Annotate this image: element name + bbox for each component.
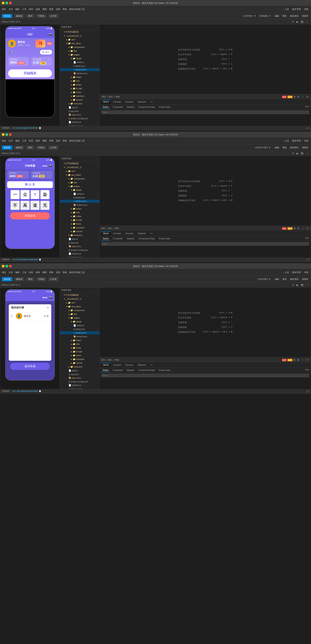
breadcrumb-path-2[interactable]: wei_idiom/pages/detail/detail xyxy=(12,258,38,260)
clear-cache-btn-3[interactable]: 清缓存 xyxy=(301,277,309,281)
info-2[interactable]: ▸ 📁 info xyxy=(60,211,99,214)
app-js-2[interactable]: 📄 app.js xyxy=(60,237,99,241)
pages-folder[interactable]: ▾ 📁 pages xyxy=(60,53,99,57)
simulator-tab[interactable]: 模拟器 xyxy=(2,14,12,18)
more-debug-icon-2[interactable]: ⋮ xyxy=(301,226,305,230)
minimize-button[interactable] xyxy=(2,2,4,4)
invite-folder[interactable]: ▸ 📁 invite xyxy=(60,83,99,87)
detail-wxml-file[interactable]: ◇ detail.wxml xyxy=(60,68,99,72)
close-button[interactable] xyxy=(9,2,12,4)
editor-tab[interactable]: 编辑器 xyxy=(14,14,24,18)
libs-2[interactable]: ▸ 📁 libs xyxy=(60,181,99,184)
detail-button-3[interactable]: 详情 xyxy=(303,270,309,274)
dataset-tab-2[interactable]: Dataset xyxy=(125,237,136,240)
answer-cell-3[interactable]: 道 xyxy=(30,201,40,210)
game-free-badge[interactable]: 免费领 xyxy=(16,175,23,178)
play-icon-3[interactable]: ▶ xyxy=(296,283,299,287)
mode-selector-3[interactable]: 小程序模式 ▼ xyxy=(257,278,271,281)
photo-icon-2[interactable]: 📷 xyxy=(300,152,304,155)
return-button[interactable]: 返回答题 xyxy=(10,363,50,370)
root-folder[interactable]: ▾ _1414481507_3 xyxy=(60,34,99,37)
scope-data-tab-3[interactable]: Scope Data xyxy=(157,368,172,372)
component-3[interactable]: ▸ 📁 component xyxy=(60,308,99,312)
info-3[interactable]: ▸ 📁 info xyxy=(60,342,99,346)
scope-data-tab-2[interactable]: Scope Data xyxy=(157,237,172,240)
libs-folder[interactable]: ▸ 📁 libs xyxy=(60,49,99,53)
detail-button[interactable]: 详情 xyxy=(303,7,309,11)
debug-tab[interactable]: 调试 xyxy=(26,14,34,18)
record-folder[interactable]: ▸ 📁 record xyxy=(60,98,99,102)
debug-tab-2[interactable]: 调试 xyxy=(26,146,34,150)
help-button[interactable]: 求助好友 xyxy=(10,212,50,220)
visual-tab-2[interactable]: 可视化 xyxy=(36,146,46,150)
detail-json-2[interactable]: {} detail.json xyxy=(60,196,99,199)
more-3[interactable]: ▸ 📁 more xyxy=(60,354,99,358)
detail-wxml-3[interactable]: ◇ detail.wxml xyxy=(60,331,99,335)
play-icon[interactable]: ▶ xyxy=(296,20,299,24)
volume-icon[interactable]: 🔊 xyxy=(8,50,12,54)
libs-3[interactable]: ▸ 📁 libs xyxy=(60,312,99,316)
index-3[interactable]: ▸ 📁 index xyxy=(60,338,99,342)
simulator-tab-2[interactable]: 模拟器 xyxy=(2,146,12,150)
detail-wxss-3[interactable]: 🎨 detail.wxss xyxy=(60,335,99,338)
wei-idiom-folder[interactable]: ▾ 📁 wei_idiom xyxy=(60,42,99,45)
idiom-cell-3-question[interactable]: ? xyxy=(30,190,40,199)
maximize-button-2[interactable] xyxy=(5,133,8,136)
version-button[interactable]: 版本管理 xyxy=(291,7,302,11)
menu-wechat-2[interactable]: 微信开发者工具 xyxy=(69,139,85,142)
explorer-more-icon[interactable]: ⋯ xyxy=(96,26,98,28)
back-arrow[interactable]: ← xyxy=(8,164,10,167)
invite-3[interactable]: ▸ 📁 invite xyxy=(60,346,99,350)
app-wxss-3[interactable]: 🎨 app.wxss xyxy=(60,376,99,380)
sitemap-3[interactable]: {} sitemap.json xyxy=(60,387,99,389)
open-editors-folder[interactable]: ▾ 打开的编辑器 xyxy=(60,30,99,34)
detail-wxml-2[interactable]: ◇ detail.wxml xyxy=(60,199,99,203)
cls-btn-3[interactable]: .cls ▸ xyxy=(305,368,309,372)
preview-btn-2[interactable]: 预览 xyxy=(282,146,288,150)
menu-file-3[interactable]: 文件 xyxy=(8,271,13,274)
menu-goto-2[interactable]: 转到 xyxy=(29,139,33,142)
app-json-3[interactable]: {} app.json xyxy=(60,372,99,376)
debug-tab-3[interactable]: 调试 xyxy=(26,277,34,281)
simulator-tab-3[interactable]: 模拟器 xyxy=(2,277,12,281)
more-icon-2[interactable]: ⋯ xyxy=(305,152,309,155)
we7-2[interactable]: ▸ 📁 we7 xyxy=(60,169,99,173)
maximize-button-3[interactable] xyxy=(5,265,8,268)
photo-icon-3[interactable]: 📷 xyxy=(300,283,304,287)
ranking-close-btn[interactable]: × xyxy=(47,306,49,310)
editor-tab-3[interactable]: 编辑器 xyxy=(14,277,24,281)
detail-folder-2[interactable]: ▾ 📁 detail xyxy=(60,188,99,192)
sources-tab-2[interactable]: Sources xyxy=(124,231,135,236)
network-tab-3[interactable]: Network xyxy=(136,363,148,367)
edit-btn-2[interactable]: 编辑 xyxy=(274,146,280,150)
wei-idiom-3[interactable]: ▾ 📁 wei_idiom xyxy=(60,305,99,308)
detail-json-file[interactable]: {} detail.json xyxy=(60,64,99,68)
dataset-tab-3[interactable]: Dataset xyxy=(125,368,136,372)
play-icon-2[interactable]: ▶ xyxy=(296,152,299,155)
upload-button-2[interactable]: ↑ 上传 xyxy=(282,139,290,143)
invite-2[interactable]: ▸ 📁 invite xyxy=(60,214,99,218)
edit-btn[interactable]: 编辑 xyxy=(274,14,280,18)
console-tab-3[interactable]: Console xyxy=(111,363,123,367)
more-folder[interactable]: ▸ 📁 more xyxy=(60,90,99,94)
menu-view[interactable]: 视图 xyxy=(42,8,47,11)
console-tab-1[interactable]: Console xyxy=(111,100,123,104)
styles-tab-3[interactable]: Styles xyxy=(101,368,110,372)
menu-select[interactable]: 选择 xyxy=(36,8,40,11)
menu-edit[interactable]: 编辑 xyxy=(15,8,20,11)
menu-view-2[interactable]: 视图 xyxy=(42,139,47,142)
menu-interface-2[interactable]: 界面 xyxy=(49,139,54,142)
detail-folder[interactable]: ▾ 📁 detail xyxy=(60,57,99,60)
settings-icon-3[interactable]: ⚙ xyxy=(296,358,300,362)
start-button-1[interactable]: 开始闯关 xyxy=(8,69,52,77)
we7-folder[interactable]: ▸ 📁 we7 xyxy=(60,38,99,42)
app-json-file[interactable]: {} app.json xyxy=(60,109,99,113)
menu-goto[interactable]: 转到 xyxy=(29,8,33,11)
menu-wechat[interactable]: 微信开发者工具 xyxy=(69,8,85,11)
more-debug-icon[interactable]: ⋮ xyxy=(301,95,305,98)
nav-camera-icon[interactable]: 📷 xyxy=(49,32,52,36)
close-debug-icon[interactable]: ✕ xyxy=(306,95,309,98)
menu-goto-3[interactable]: 转到 xyxy=(29,271,33,274)
idiom-cell-4[interactable]: 染 xyxy=(40,190,50,199)
jf-mall-2[interactable]: ▸ 📁 jf-mall xyxy=(60,218,99,222)
